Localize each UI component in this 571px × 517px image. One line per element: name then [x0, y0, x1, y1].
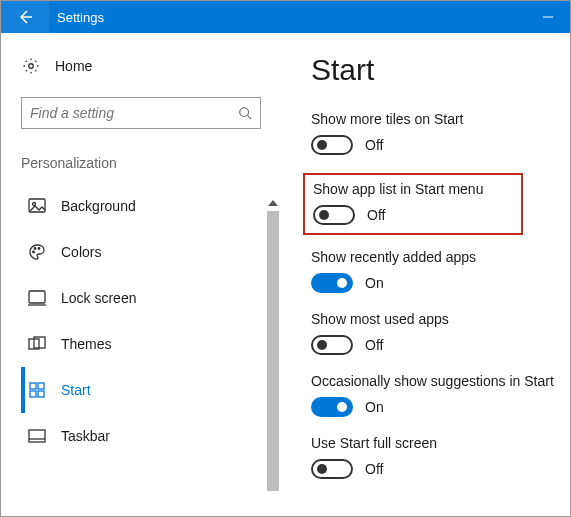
sidebar-item-label: Themes: [61, 336, 112, 352]
toggle-state: Off: [367, 207, 385, 223]
sidebar: Home Personalization Background Colors: [1, 33, 281, 516]
start-icon: [27, 382, 47, 398]
window-controls: [526, 1, 570, 33]
lock-screen-icon: [27, 290, 47, 306]
home-nav[interactable]: Home: [21, 53, 275, 79]
svg-point-1: [29, 64, 34, 69]
toggle-recently-added[interactable]: [311, 273, 353, 293]
toggle-state: Off: [365, 461, 383, 477]
svg-point-8: [38, 248, 40, 250]
toggle-state: Off: [365, 337, 383, 353]
search-icon: [238, 106, 252, 120]
toggle-state: Off: [365, 137, 383, 153]
chevron-up-icon: [268, 200, 278, 206]
minimize-icon: [543, 12, 553, 22]
svg-point-5: [33, 203, 36, 206]
setting-label: Use Start full screen: [311, 435, 558, 451]
highlighted-setting: Show app list in Start menu Off: [303, 173, 523, 235]
main-panel: Start Show more tiles on Start Off Show …: [281, 33, 570, 516]
back-button[interactable]: [1, 1, 49, 33]
sidebar-scrollbar[interactable]: [265, 211, 281, 516]
taskbar-icon: [27, 429, 47, 443]
gear-icon: [21, 57, 41, 75]
sidebar-section-label: Personalization: [21, 155, 275, 171]
palette-icon: [27, 243, 47, 261]
home-label: Home: [55, 58, 92, 74]
sidebar-item-themes[interactable]: Themes: [21, 321, 275, 367]
toggle-state: On: [365, 275, 384, 291]
content-area: Home Personalization Background Colors: [1, 33, 570, 516]
setting-label: Show most used apps: [311, 311, 558, 327]
sidebar-item-label: Background: [61, 198, 136, 214]
titlebar: Settings: [1, 1, 570, 33]
toggle-app-list[interactable]: [313, 205, 355, 225]
sidebar-item-label: Start: [61, 382, 91, 398]
setting-suggestions: Occasionally show suggestions in Start O…: [311, 373, 558, 417]
setting-recently-added: Show recently added apps On: [311, 249, 558, 293]
svg-point-2: [240, 108, 249, 117]
setting-full-screen: Use Start full screen Off: [311, 435, 558, 479]
setting-label: Show app list in Start menu: [313, 181, 513, 197]
themes-icon: [27, 336, 47, 352]
svg-point-7: [34, 248, 36, 250]
sidebar-item-start[interactable]: Start: [21, 367, 275, 413]
setting-app-list: Show app list in Start menu Off: [313, 181, 513, 225]
setting-more-tiles: Show more tiles on Start Off: [311, 111, 558, 155]
minimize-button[interactable]: [526, 1, 570, 33]
scroll-up-button[interactable]: [265, 195, 281, 211]
svg-point-6: [33, 251, 35, 253]
sidebar-item-background[interactable]: Background: [21, 183, 275, 229]
toggle-more-tiles[interactable]: [311, 135, 353, 155]
sidebar-item-label: Colors: [61, 244, 101, 260]
setting-label: Show more tiles on Start: [311, 111, 558, 127]
svg-line-3: [248, 116, 252, 120]
svg-rect-15: [30, 391, 36, 397]
page-title: Start: [311, 53, 558, 87]
search-box[interactable]: [21, 97, 261, 129]
sidebar-item-taskbar[interactable]: Taskbar: [21, 413, 275, 459]
sidebar-item-label: Taskbar: [61, 428, 110, 444]
sidebar-item-colors[interactable]: Colors: [21, 229, 275, 275]
toggle-most-used[interactable]: [311, 335, 353, 355]
toggle-state: On: [365, 399, 384, 415]
setting-label: Occasionally show suggestions in Start: [311, 373, 558, 389]
toggle-suggestions[interactable]: [311, 397, 353, 417]
setting-label: Show recently added apps: [311, 249, 558, 265]
picture-icon: [27, 198, 47, 214]
scrollbar-thumb[interactable]: [267, 211, 279, 491]
svg-rect-16: [38, 391, 44, 397]
svg-rect-17: [29, 430, 45, 442]
sidebar-item-label: Lock screen: [61, 290, 136, 306]
svg-rect-9: [29, 291, 45, 303]
sidebar-item-lock-screen[interactable]: Lock screen: [21, 275, 275, 321]
window-title: Settings: [49, 10, 104, 25]
svg-rect-13: [30, 383, 36, 389]
setting-most-used: Show most used apps Off: [311, 311, 558, 355]
toggle-full-screen[interactable]: [311, 459, 353, 479]
search-input[interactable]: [30, 105, 238, 121]
svg-rect-14: [38, 383, 44, 389]
back-arrow-icon: [16, 8, 34, 26]
